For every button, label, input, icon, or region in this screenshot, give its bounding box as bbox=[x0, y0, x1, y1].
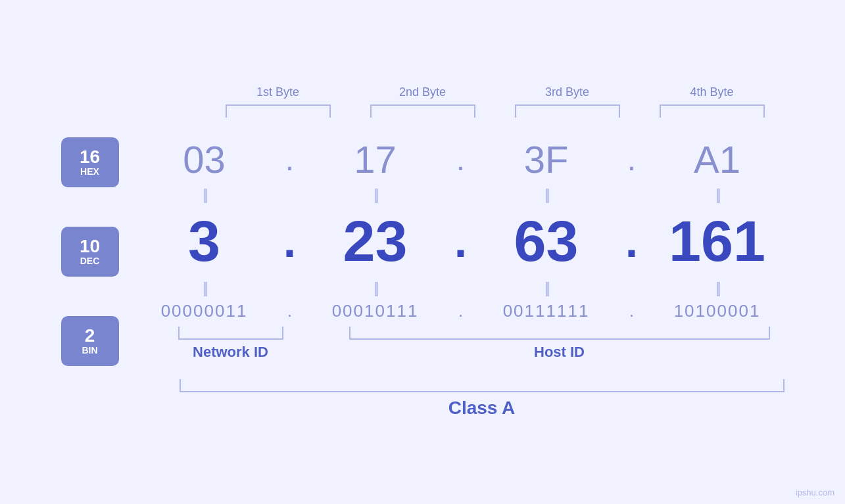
eq-sign-5: || bbox=[203, 279, 205, 297]
dec-display-2: 23 bbox=[343, 208, 408, 275]
bottom-bracket-host-shape bbox=[349, 327, 770, 340]
dec-val-4: 161 bbox=[645, 208, 790, 275]
dot-gap bbox=[303, 327, 329, 340]
dot-bin-icon-3: . bbox=[629, 301, 634, 321]
hex-val-1: 03 bbox=[132, 137, 277, 181]
eq1-3: || bbox=[474, 185, 619, 204]
dec-dot-2: . bbox=[448, 215, 474, 267]
dec-badge: 10 DEC bbox=[61, 227, 119, 277]
dot-dec-icon-1: . bbox=[283, 215, 296, 267]
network-id-label: Network ID bbox=[158, 344, 303, 361]
bottom-bracket-net-shape bbox=[178, 327, 283, 340]
bin-number: 2 bbox=[85, 327, 95, 345]
hex-dot-1: . bbox=[277, 141, 303, 177]
byte-header-3: 3rd Byte bbox=[545, 85, 589, 99]
hex-val-3: 3F bbox=[474, 137, 619, 181]
dec-display-3: 63 bbox=[514, 208, 579, 275]
dec-number: 10 bbox=[80, 237, 100, 256]
id-gap bbox=[303, 344, 329, 361]
byte-headers: 1st Byte 2nd Byte 3rd Byte 4th Byte bbox=[61, 85, 785, 99]
hex-display-4: A1 bbox=[694, 137, 740, 181]
hex-val-4: A1 bbox=[645, 137, 790, 181]
dec-display-4: 161 bbox=[669, 208, 765, 275]
bin-display-2: 00010111 bbox=[332, 301, 419, 321]
hex-row: 03 . 17 . 3F . A1 bbox=[132, 137, 790, 181]
top-bracket-shape-3 bbox=[515, 104, 620, 118]
dot-hex-icon-1: . bbox=[285, 141, 294, 177]
bin-val-2: 00010111 bbox=[303, 301, 448, 321]
equals-row-2: || || || || bbox=[132, 279, 790, 297]
hex-badge: 16 HEX bbox=[61, 137, 119, 187]
hex-number: 16 bbox=[80, 148, 100, 166]
top-bracket-shape-4 bbox=[660, 104, 765, 118]
bin-display-3: 00111111 bbox=[503, 301, 590, 321]
bin-text: BIN bbox=[82, 345, 97, 355]
bin-badge: 2 BIN bbox=[61, 316, 119, 366]
hex-display-1: 03 bbox=[183, 137, 226, 181]
bin-dot-2: . bbox=[448, 301, 474, 321]
dec-val-2: 23 bbox=[303, 208, 448, 275]
class-a-label: Class A bbox=[180, 398, 785, 419]
eq2-2: || bbox=[303, 279, 448, 297]
hex-dot-3: . bbox=[619, 141, 645, 177]
class-section: Class A bbox=[61, 379, 785, 419]
top-brackets bbox=[61, 104, 785, 118]
dot-bin-icon-1: . bbox=[287, 301, 292, 321]
byte-col-2: 2nd Byte bbox=[350, 85, 495, 99]
top-bracket-3 bbox=[495, 104, 640, 118]
eq1-2: || bbox=[303, 185, 448, 204]
class-bracket-wrap: Class A bbox=[180, 379, 785, 419]
eq2-3: || bbox=[474, 279, 619, 297]
eq1-4: || bbox=[645, 185, 790, 204]
bin-val-4: 10100001 bbox=[645, 301, 790, 321]
base-labels: 16 HEX 10 DEC 2 BIN bbox=[61, 137, 119, 366]
byte-header-2: 2nd Byte bbox=[399, 85, 446, 99]
class-bracket-line bbox=[180, 379, 785, 392]
eq-sign-7: || bbox=[544, 279, 547, 297]
bin-row: 00000011 . 00010111 . 00111111 . bbox=[132, 301, 790, 321]
top-bracket-shape-2 bbox=[370, 104, 475, 118]
dot-hex-icon-3: . bbox=[627, 141, 636, 177]
byte-col-4: 4th Byte bbox=[640, 85, 785, 99]
hex-display-3: 3F bbox=[524, 137, 569, 181]
eq1-1: || bbox=[132, 185, 277, 204]
dec-val-3: 63 bbox=[474, 208, 619, 275]
bin-dot-3: . bbox=[619, 301, 645, 321]
hex-dot-2: . bbox=[448, 141, 474, 177]
bin-val-3: 00111111 bbox=[474, 301, 619, 321]
dec-display-1: 3 bbox=[188, 208, 220, 275]
top-bracket-1 bbox=[206, 104, 350, 118]
eq2-1: || bbox=[132, 279, 277, 297]
byte-header-1: 1st Byte bbox=[256, 85, 299, 99]
byte-header-4: 4th Byte bbox=[690, 85, 733, 99]
eq-sign-2: || bbox=[374, 185, 376, 204]
byte-col-1: 1st Byte bbox=[206, 85, 350, 99]
bin-display-4: 10100001 bbox=[674, 301, 761, 321]
hex-val-2: 17 bbox=[303, 137, 448, 181]
eq-sign-4: || bbox=[715, 185, 718, 204]
hex-display-2: 17 bbox=[354, 137, 397, 181]
bottom-section: Network ID Host ID bbox=[132, 327, 790, 361]
data-area: 16 HEX 10 DEC 2 BIN 03 . bbox=[61, 137, 785, 366]
dot-bin-icon-2: . bbox=[458, 301, 463, 321]
eq-sign-3: || bbox=[544, 185, 547, 204]
bin-dot-1: . bbox=[277, 301, 303, 321]
bin-val-1: 00000011 bbox=[132, 301, 277, 321]
watermark: ipshu.com bbox=[796, 488, 834, 497]
bottom-bracket-net bbox=[158, 327, 303, 340]
bin-display-1: 00000011 bbox=[161, 301, 248, 321]
top-bracket-shape-1 bbox=[226, 104, 331, 118]
dec-val-1: 3 bbox=[132, 208, 277, 275]
main-container: 1st Byte 2nd Byte 3rd Byte 4th Byte bbox=[61, 85, 785, 419]
bottom-brackets-row bbox=[132, 327, 790, 340]
equals-row-1: || || || || bbox=[132, 185, 790, 204]
eq-sign-6: || bbox=[374, 279, 376, 297]
eq-sign-8: || bbox=[715, 279, 718, 297]
eq-sign-1: || bbox=[203, 185, 205, 204]
eq2-4: || bbox=[645, 279, 790, 297]
dec-dot-3: . bbox=[619, 215, 645, 267]
hex-text: HEX bbox=[80, 166, 99, 177]
top-bracket-2 bbox=[350, 104, 495, 118]
bottom-bracket-host bbox=[329, 327, 790, 340]
dot-dec-icon-2: . bbox=[454, 215, 467, 267]
